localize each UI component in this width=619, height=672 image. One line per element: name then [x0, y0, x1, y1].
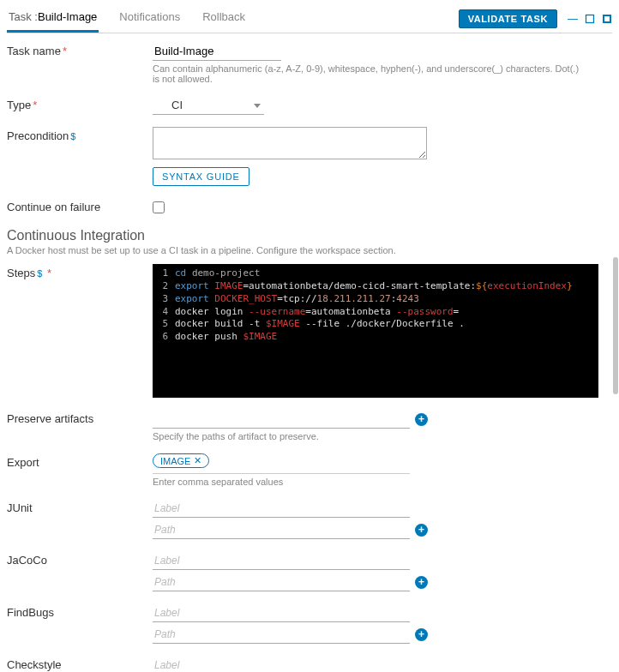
restore-icon[interactable] — [585, 14, 595, 24]
add-artifact-icon[interactable]: + — [415, 413, 428, 426]
chip-remove-icon[interactable]: ✕ — [194, 455, 201, 466]
top-actions: VALIDATE TASK — — [459, 9, 612, 28]
type-label: Type* — [7, 96, 153, 111]
findbugs-path-input[interactable] — [153, 625, 410, 644]
export-chip[interactable]: IMAGE ✕ — [153, 453, 209, 468]
svg-rect-2 — [604, 16, 610, 21]
maximize-alt-icon[interactable] — [602, 14, 612, 24]
preserve-artifacts-label: Preserve artifacts — [7, 410, 153, 425]
tab-task-prefix: Task : — [9, 10, 38, 23]
jacoco-label-input[interactable] — [153, 551, 410, 570]
jacoco-label: JaCoCo — [7, 551, 153, 567]
task-name-input[interactable] — [153, 42, 281, 61]
findbugs-label: FindBugs — [7, 603, 153, 619]
task-name-helper: Can contain alphanumeric (a-z, A-Z, 0-9)… — [153, 63, 581, 84]
steps-code-editor[interactable]: 1cd demo-project2export IMAGE=automation… — [153, 264, 598, 398]
findbugs-label-input[interactable] — [153, 603, 410, 622]
tab-task[interactable]: Task :Build-Image — [7, 5, 99, 33]
export-label: Export — [7, 453, 153, 469]
preserve-artifacts-input[interactable] — [153, 410, 410, 429]
export-chip-row: IMAGE ✕ — [153, 453, 581, 468]
precondition-textarea[interactable] — [153, 127, 427, 159]
ci-section-title: Continuous Integration — [7, 228, 612, 243]
steps-label: Steps$ * — [7, 264, 153, 279]
checkstyle-label-input[interactable] — [153, 656, 410, 672]
validate-task-button[interactable]: VALIDATE TASK — [459, 9, 557, 28]
junit-path-input[interactable] — [153, 520, 410, 539]
jacoco-path-input[interactable] — [153, 573, 410, 591]
add-findbugs-icon[interactable]: + — [415, 628, 428, 641]
continue-on-failure-checkbox[interactable] — [153, 201, 165, 213]
preserve-artifacts-helper: Specify the paths of artifact to preserv… — [153, 431, 581, 441]
add-jacoco-icon[interactable]: + — [415, 576, 428, 589]
minimize-icon[interactable]: — — [568, 13, 578, 25]
type-select[interactable]: CI — [153, 96, 264, 115]
syntax-guide-button[interactable]: SYNTAX GUIDE — [153, 167, 249, 186]
tab-task-name: Build-Image — [38, 10, 97, 23]
continue-on-failure-label: Continue on failure — [7, 198, 153, 213]
checkstyle-label: Checkstyle — [7, 656, 153, 671]
export-helper: Enter comma separated values — [153, 477, 581, 487]
scrollbar-thumb[interactable] — [613, 257, 618, 394]
tabs: Task :Build-Image Notifications Rollback — [7, 5, 247, 33]
svg-rect-0 — [586, 15, 594, 23]
tab-rollback[interactable]: Rollback — [201, 5, 247, 33]
junit-label-input[interactable] — [153, 499, 410, 518]
ci-section-desc: A Docker host must be set up to use a CI… — [7, 245, 612, 255]
tab-notifications[interactable]: Notifications — [117, 5, 182, 33]
export-chip-label: IMAGE — [160, 456, 190, 466]
junit-label: JUnit — [7, 499, 153, 514]
top-bar: Task :Build-Image Notifications Rollback… — [7, 5, 612, 33]
precondition-label: Precondition$ — [7, 127, 153, 142]
task-name-label: Task name* — [7, 42, 153, 57]
add-junit-icon[interactable]: + — [415, 524, 428, 537]
